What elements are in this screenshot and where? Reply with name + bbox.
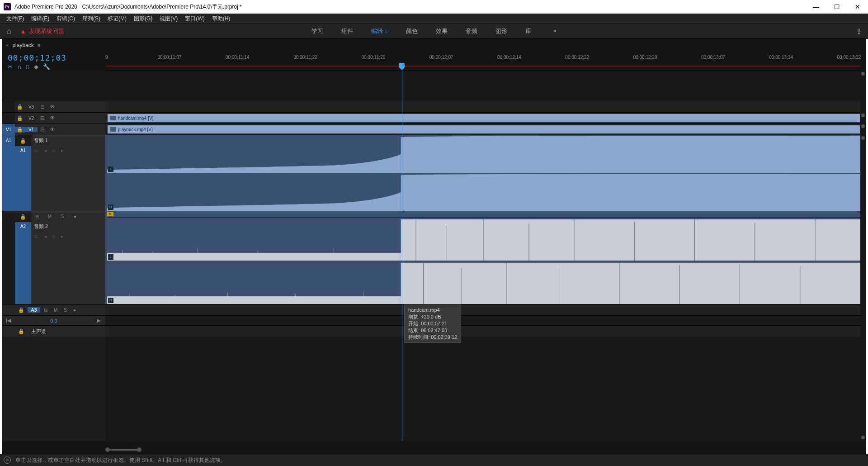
eye-icon[interactable]: 👁 [47,126,57,133]
pan-next-icon[interactable]: ▶| [97,318,102,323]
ws-tab-color[interactable]: 颜色 [406,27,418,35]
playhead-line[interactable] [402,70,402,441]
work-area-bar[interactable] [105,66,860,67]
clip-handcam-video[interactable]: handcam.mp4 [V] [107,114,860,123]
pan-value[interactable]: 0.0 [11,318,97,323]
minimize-button[interactable]: — [806,0,826,14]
track-target-a2[interactable]: A2 [15,222,31,304]
solo-button[interactable]: S [59,214,66,219]
sync-lock-icon[interactable]: ⊟ [38,115,47,121]
eye-icon[interactable]: 👁 [47,115,57,121]
add-keyframe-icon[interactable]: ◇ [52,234,56,239]
add-keyframe-icon[interactable]: ◇ [52,148,56,153]
pan-prev-icon[interactable]: |◀ [6,318,11,323]
zoom-scrollbar[interactable] [105,447,860,452]
scroll-indicator[interactable] [861,124,865,128]
voice-record-icon[interactable]: ● [72,214,78,219]
ws-overflow-icon[interactable]: » [553,27,556,35]
lane-a3[interactable] [105,304,860,315]
lane-v3[interactable] [105,101,860,112]
track-target-v1[interactable]: V1 [25,127,38,132]
audio-channel-a1-r[interactable]: R [107,173,860,211]
scroll-indicator[interactable] [861,114,865,117]
ws-tab-library[interactable]: 库 [525,27,531,35]
audio-channel-a2-l[interactable]: L [107,217,860,261]
snap-icon[interactable]: ∩ [17,63,21,70]
track-target-a1[interactable]: A1 [15,146,31,211]
sync-lock-icon[interactable]: ⊟ [34,214,40,219]
next-keyframe-icon[interactable]: ▸ [61,148,63,153]
lane-v2[interactable]: handcam.mp4 [V] [105,112,860,124]
sync-lock-icon[interactable]: ⊟ [38,126,47,133]
wrench-icon[interactable]: 🔧 [43,63,50,70]
prev-keyframe-icon[interactable]: ◂ [44,148,47,153]
source-patch-v1[interactable]: V1 [2,124,15,135]
insert-mode-icon[interactable]: ✂ [8,63,13,70]
lock-icon[interactable]: 🔒 [15,211,31,222]
audio-channel-a1-l[interactable]: L [107,135,860,173]
zoom-handle-right[interactable] [137,447,142,452]
linked-selection-icon[interactable]: ⎍ [26,63,29,70]
lane-master[interactable] [105,325,860,337]
menu-file[interactable]: 文件(F) [3,14,28,24]
ws-tab-learn[interactable]: 学习 [311,27,323,35]
menu-clip[interactable]: 剪辑(C) [53,14,79,24]
lock-icon[interactable]: 🔒 [15,328,28,334]
lane-a2[interactable]: fx L [105,211,860,304]
scroll-indicator[interactable] [861,136,865,140]
mute-button[interactable]: M [54,308,57,313]
share-icon[interactable]: ⇪ [856,27,862,36]
home-icon[interactable]: ⌂ [0,27,18,35]
keyframe-mode-icon[interactable]: ◇. [34,148,39,153]
panel-tab-label[interactable]: playback [12,42,33,48]
scroll-indicator[interactable] [861,72,865,76]
system-alert[interactable]: ▲ 发现系统问题 [20,27,64,35]
audio-channel-a2-r[interactable]: R [107,261,860,304]
solo-button[interactable]: S [64,308,67,313]
keyframe-mode-icon[interactable]: ◇. [34,234,39,239]
source-patch-a1[interactable]: A1 [2,135,15,211]
fx-badge[interactable]: fx [107,212,113,216]
ws-tab-audio[interactable]: 音频 [466,27,477,35]
creative-cloud-icon[interactable]: ∞ [4,456,11,464]
track-header-master[interactable]: 🔒 主声道 [2,325,105,337]
lock-icon[interactable]: 🔒 [15,104,25,110]
lock-icon[interactable]: 🔒 [15,115,25,121]
ws-tab-editing[interactable]: 编辑 [371,27,388,35]
prev-keyframe-icon[interactable]: ◂ [44,234,47,239]
lock-icon[interactable]: 🔒 [15,307,28,313]
close-button[interactable]: ✕ [847,0,868,14]
menu-graphics[interactable]: 图形(G) [130,14,156,24]
menu-edit[interactable]: 编辑(E) [28,14,53,24]
ws-tab-assembly[interactable]: 组件 [341,27,353,35]
panel-menu-icon[interactable]: ≡ [38,43,40,48]
menu-window[interactable]: 窗口(W) [181,14,208,24]
menu-marker[interactable]: 标记(M) [104,14,130,24]
timeline-clips-area[interactable]: handcam.mp4 [V] playback.mp4 [V] [105,70,866,441]
lock-icon[interactable]: 🔒 [15,127,25,133]
maximize-button[interactable]: ☐ [826,0,847,14]
track-header-v1[interactable]: V1 🔒 V1 ⊟ 👁 [2,124,105,135]
next-keyframe-icon[interactable]: ▸ [61,234,63,239]
mute-button[interactable]: M [47,214,53,219]
playhead-handle[interactable] [399,63,405,67]
sync-lock-icon[interactable]: ⊟ [44,308,47,313]
scroll-indicator[interactable] [861,436,865,439]
clip-playback-video[interactable]: playback.mp4 [V] [107,125,860,134]
panel-close-icon[interactable]: × [6,43,9,48]
zoom-handle-left[interactable] [105,447,110,452]
playhead-timecode[interactable]: 00;00;12;03 [8,53,102,62]
track-header-a2[interactable]: 🔒 A2 ⊟ M S ● 音频 2 ◇. ◂ ◇ ▸ [2,211,105,304]
marker-icon[interactable]: ◆ [34,63,38,70]
ws-tab-effects[interactable]: 效果 [436,27,448,35]
lock-icon[interactable]: 🔒 [15,135,31,146]
track-header-a1[interactable]: A1 🔒 A1 音频 1 ◇. ◂ ◇ ▸ [2,135,105,211]
menu-help[interactable]: 帮助(H) [208,14,234,24]
menu-sequence[interactable]: 序列(S) [79,14,104,24]
sync-lock-icon[interactable]: ⊟ [38,104,47,110]
track-header-v2[interactable]: 🔒 V2 ⊟ 👁 [2,112,105,124]
voice-record-icon[interactable]: ● [73,308,76,313]
track-header-v3[interactable]: 🔒 V3 ⊟ 👁 [2,101,105,112]
menu-view[interactable]: 视图(V) [156,14,181,24]
track-header-a3[interactable]: 🔒 A3 ⊟ M S ● [2,304,105,315]
